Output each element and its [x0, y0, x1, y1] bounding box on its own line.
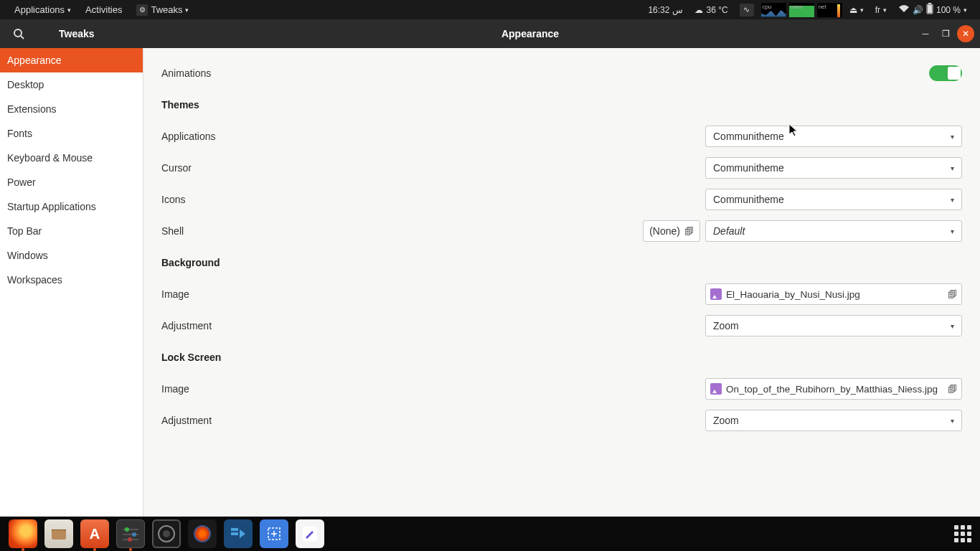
files-icon	[50, 527, 67, 541]
icons-theme-label: Icons	[161, 194, 185, 205]
activities-label: Activities	[85, 4, 122, 15]
clock-time: 16:32	[648, 5, 669, 15]
weather-temp: 36 °C	[706, 5, 727, 15]
page-title: Appearance	[143, 28, 917, 39]
shell-theme-value: Default	[713, 225, 745, 237]
background-adjustment-combo[interactable]: Zoom ▾	[705, 315, 962, 336]
close-button[interactable]: ✕	[957, 25, 974, 42]
text-editor-icon	[301, 524, 319, 543]
close-icon: ✕	[962, 29, 969, 39]
app-name-label: Tweaks	[59, 28, 95, 39]
eject-indicator[interactable]: ⏏ ▾	[844, 5, 870, 15]
background-heading: Background	[161, 257, 220, 268]
applications-theme-combo[interactable]: Communitheme ▾	[705, 126, 962, 147]
sidebar-item-fonts[interactable]: Fonts	[0, 121, 143, 146]
cursor-theme-combo[interactable]: Communitheme ▾	[705, 157, 962, 179]
dock-text-editor[interactable]	[296, 519, 324, 548]
search-icon	[13, 28, 24, 39]
caret-down-icon: ▾	[963, 6, 967, 14]
dock-software[interactable]: A	[80, 519, 109, 548]
sidebar: Appearance Desktop Extensions Fonts Keyb…	[0, 48, 143, 517]
animations-toggle[interactable]	[929, 65, 962, 81]
image-file-icon	[710, 288, 722, 300]
sidebar-item-keyboard-mouse[interactable]: Keyboard & Mouse	[0, 146, 143, 170]
shell-theme-combo[interactable]: Default ▾	[705, 220, 962, 242]
weather-icon: ☁	[694, 5, 703, 15]
dock-tweaks[interactable]	[116, 519, 145, 548]
dock: A	[0, 517, 980, 551]
net-graph[interactable]: net	[816, 3, 844, 17]
chevron-down-icon: ▾	[951, 133, 954, 141]
lockscreen-image-chooser[interactable]: On_top_of_the_Rubihorn_by_Matthias_Niess…	[705, 378, 962, 400]
maximize-button[interactable]: ❐	[937, 25, 954, 42]
icons-theme-combo[interactable]: Communitheme ▾	[705, 189, 962, 210]
svg-rect-6	[52, 530, 66, 540]
volume-icon: 🔊	[913, 5, 923, 15]
weather-indicator[interactable]: ☁ 36 °C	[689, 5, 733, 15]
chevron-down-icon: ▾	[951, 322, 954, 330]
minimize-button[interactable]: ─	[917, 25, 934, 42]
background-image-value: El_Haouaria_by_Nusi_Nusi.jpg	[726, 289, 943, 300]
sidebar-item-top-bar[interactable]: Top Bar	[0, 219, 143, 243]
animations-label: Animations	[161, 67, 211, 79]
dock-screenshot[interactable]	[260, 519, 288, 548]
themes-heading: Themes	[161, 99, 199, 110]
svg-marker-17	[240, 529, 245, 538]
sidebar-item-extensions[interactable]: Extensions	[0, 97, 143, 121]
software-icon: A	[90, 526, 100, 542]
dock-files[interactable]	[44, 519, 73, 548]
chevron-down-icon: ▾	[951, 196, 954, 204]
current-app-menu[interactable]: ⚙ Tweaks ▾	[129, 4, 196, 16]
main-panel: Animations Themes Applications Communith…	[143, 48, 980, 517]
sidebar-item-power[interactable]: Power	[0, 170, 143, 194]
clock-suffix: س	[672, 5, 683, 15]
lockscreen-image-label: Image	[161, 383, 189, 395]
show-applications-button[interactable]	[954, 525, 971, 542]
caret-down-icon: ▾	[883, 6, 887, 14]
cursor-theme-value: Communitheme	[713, 162, 784, 174]
svg-rect-15	[231, 528, 238, 531]
svg-point-8	[125, 527, 129, 532]
sidebar-item-desktop[interactable]: Desktop	[0, 72, 143, 97]
lockscreen-adjustment-combo[interactable]: Zoom ▾	[705, 410, 962, 431]
system-monitor-tray[interactable]: ∿	[734, 4, 760, 17]
background-image-chooser[interactable]: El_Haouaria_by_Nusi_Nusi.jpg 🗐	[705, 283, 962, 305]
search-button[interactable]	[7, 22, 30, 45]
screenshot-icon	[265, 525, 283, 542]
clock[interactable]: 16:32 س	[642, 5, 689, 15]
svg-point-14	[163, 530, 170, 537]
image-file-icon	[710, 383, 722, 395]
kdenlive-icon	[228, 524, 248, 544]
keyboard-layout-indicator[interactable]: fr ▾	[870, 5, 892, 15]
sidebar-item-startup-applications[interactable]: Startup Applications	[0, 194, 143, 219]
icons-theme-value: Communitheme	[713, 194, 784, 205]
top-panel: Applications ▾ Activities ⚙ Tweaks ▾ 16:…	[0, 0, 980, 19]
dock-firefox[interactable]	[9, 519, 37, 548]
shell-theme-none-button[interactable]: (None) 🗐	[643, 220, 700, 242]
applications-menu[interactable]: Applications ▾	[7, 4, 78, 15]
open-icon: 🗐	[948, 289, 957, 300]
open-icon: 🗐	[948, 384, 957, 395]
mem-graph[interactable]: mem	[788, 3, 816, 17]
lockscreen-adjustment-label: Adjustment	[161, 415, 212, 426]
applications-theme-label: Applications	[161, 131, 216, 142]
activities-menu[interactable]: Activities	[78, 4, 129, 15]
applications-menu-label: Applications	[14, 4, 65, 15]
eject-icon: ⏏	[849, 5, 857, 15]
window-headerbar: Tweaks Appearance ─ ❐ ✕	[0, 19, 980, 48]
chevron-down-icon: ▾	[951, 227, 954, 235]
system-status-area[interactable]: 🔊 100 % ▾	[892, 3, 973, 17]
content-area: Appearance Desktop Extensions Fonts Keyb…	[0, 48, 980, 517]
maximize-icon: ❐	[942, 29, 950, 39]
sidebar-item-windows[interactable]: Windows	[0, 243, 143, 268]
sidebar-item-workspaces[interactable]: Workspaces	[0, 268, 143, 292]
sidebar-item-appearance[interactable]: Appearance	[0, 48, 143, 72]
tweaks-tray-icon: ⚙	[136, 4, 148, 16]
dock-kdenlive[interactable]	[224, 519, 253, 548]
cpu-graph[interactable]: cpu	[760, 3, 788, 17]
svg-rect-2	[928, 5, 932, 13]
background-adjustment-label: Adjustment	[161, 320, 212, 331]
shell-theme-label: Shell	[161, 225, 184, 237]
dock-audacity[interactable]	[188, 519, 217, 548]
dock-obs[interactable]	[152, 519, 181, 548]
